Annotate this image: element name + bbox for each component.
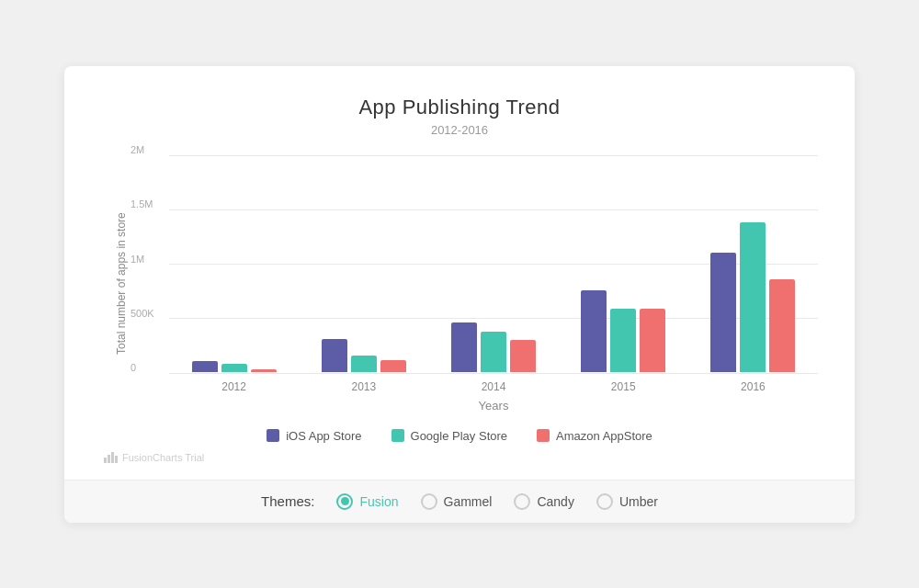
themes-bar: Themes: FusionGammelCandyUmber (64, 480, 855, 523)
bar-google-play-store-2015 (610, 309, 636, 371)
watermark-text: FusionCharts Trial (122, 452, 204, 463)
bar-ios-app-store-2013 (322, 339, 347, 371)
theme-option-fusion[interactable]: Fusion (336, 493, 398, 510)
radio-circle (596, 493, 613, 510)
legend: iOS App StoreGoogle Play StoreAmazon App… (101, 429, 818, 443)
bar-amazon-appstore-2014 (510, 340, 536, 371)
svg-rect-1 (108, 455, 110, 463)
x-axis-title: Years (169, 399, 818, 413)
legend-item: Google Play Store (391, 429, 508, 443)
bars-container (169, 155, 818, 373)
y-tick-label: 1M (130, 254, 144, 265)
theme-option-umber[interactable]: Umber (596, 493, 658, 510)
y-axis-label: Total number of apps in store (110, 155, 132, 413)
legend-swatch (267, 429, 279, 442)
legend-swatch (537, 429, 550, 442)
theme-name: Fusion (359, 494, 398, 509)
svg-rect-3 (115, 456, 118, 463)
legend-label: Amazon AppStore (556, 429, 652, 443)
legend-swatch (391, 429, 404, 442)
bar-google-play-store-2012 (221, 364, 247, 371)
year-group (169, 155, 299, 372)
legend-label: Google Play Store (411, 429, 508, 443)
x-tick-label: 2014 (428, 380, 558, 393)
legend-item: Amazon AppStore (537, 429, 652, 443)
radio-circle (421, 493, 437, 510)
svg-rect-2 (111, 452, 114, 463)
x-tick-label: 2013 (299, 380, 428, 393)
bar-google-play-store-2014 (481, 332, 506, 372)
theme-name: Umber (619, 494, 658, 509)
themes-label: Themes: (261, 493, 314, 509)
chart-subtitle: 2012-2016 (101, 123, 818, 137)
svg-rect-0 (104, 458, 107, 463)
year-group (299, 155, 428, 372)
grid-and-bars: 2M1.5M1M500K0 (169, 155, 818, 373)
year-group (559, 155, 688, 372)
grid-line-rule (169, 373, 818, 374)
radio-circle (514, 493, 530, 510)
x-tick-label: 2016 (688, 380, 818, 393)
chart-card: App Publishing Trend 2012-2016 Total num… (64, 66, 855, 523)
bar-ios-app-store-2016 (710, 253, 736, 372)
theme-option-candy[interactable]: Candy (514, 493, 573, 510)
bar-google-play-store-2013 (351, 356, 377, 372)
bar-amazon-appstore-2012 (251, 369, 277, 371)
x-tick-label: 2015 (559, 380, 688, 393)
theme-name: Gammel (444, 494, 493, 509)
bar-amazon-appstore-2013 (380, 360, 406, 372)
theme-option-gammel[interactable]: Gammel (421, 493, 493, 510)
legend-label: iOS App Store (286, 429, 361, 443)
bar-ios-app-store-2014 (451, 322, 477, 371)
y-tick-label: 0 (130, 362, 136, 373)
year-group (688, 155, 818, 372)
legend-item: iOS App Store (267, 429, 361, 443)
bar-google-play-store-2016 (740, 222, 766, 372)
fusioncharts-icon (103, 450, 118, 465)
radio-circle (336, 493, 353, 510)
y-tick-label: 500K (130, 308, 154, 319)
year-group (428, 155, 558, 372)
bar-ios-app-store-2012 (192, 361, 218, 372)
chart-title: App Publishing Trend (101, 96, 818, 119)
x-tick-label: 2012 (169, 380, 299, 393)
y-tick-label: 2M (130, 144, 144, 155)
radio-inner (341, 497, 349, 505)
theme-name: Candy (537, 494, 573, 509)
y-tick-label: 1.5M (130, 198, 153, 209)
fusion-watermark: FusionCharts Trial (103, 450, 818, 465)
x-axis: 20122013201420152016 (169, 380, 818, 393)
chart-header: App Publishing Trend 2012-2016 (101, 96, 818, 137)
chart-area: Total number of apps in store 2M1.5M1M50… (110, 155, 818, 413)
bar-ios-app-store-2015 (581, 290, 607, 372)
bar-amazon-appstore-2015 (640, 309, 665, 371)
theme-options: FusionGammelCandyUmber (336, 493, 657, 510)
bar-amazon-appstore-2016 (769, 279, 795, 371)
chart-inner: 2M1.5M1M500K0 20122013201420152016 Years (132, 155, 818, 413)
